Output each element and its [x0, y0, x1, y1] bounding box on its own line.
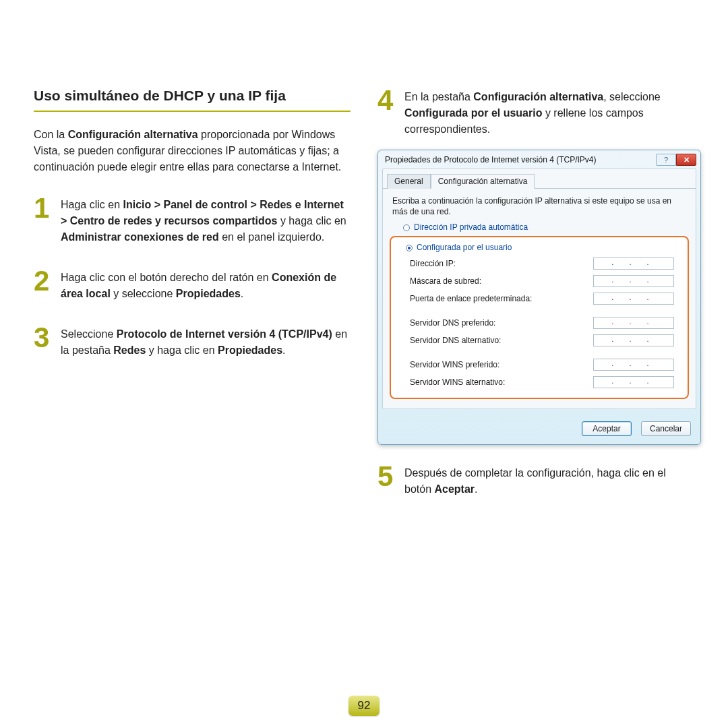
dialog-titlebar: Propiedades de Protocolo de Internet ver… — [378, 150, 700, 169]
field-gateway: Puerta de enlace predeterminada: . . . — [395, 290, 684, 307]
text-bold: Configuración alternativa — [68, 129, 198, 140]
user-config-highlight: Configurada por el usuario Dirección IP:… — [390, 236, 689, 399]
dialog-tabs: General Configuración alternativa — [383, 169, 696, 189]
text: . — [241, 288, 243, 299]
step-2: 2 Haga clic con el botón derecho del rat… — [34, 268, 351, 302]
radio-label: Dirección IP privada automática — [414, 222, 528, 232]
radio-icon — [403, 224, 410, 231]
dns-alt-input[interactable]: . . . — [593, 334, 674, 346]
field-dns-alt: Servidor DNS alternativo: . . . — [395, 332, 684, 349]
step-4: 4 En la pestaña Configuración alternativ… — [377, 88, 694, 138]
text: y seleccione — [111, 288, 176, 299]
text-bold: Administrar conexiones de red — [61, 231, 219, 243]
field-wins-pref: Servidor WINS preferido: . . . — [395, 356, 684, 373]
text: Seleccione — [61, 328, 117, 340]
text-bold: Configurada por el usuario — [404, 107, 542, 119]
wins-alt-input[interactable]: . . . — [593, 376, 674, 388]
text: Haga clic con el botón derecho del ratón… — [61, 272, 272, 283]
radio-icon — [406, 245, 413, 251]
dns-pref-input[interactable]: . . . — [593, 317, 674, 329]
text: y haga clic en — [146, 344, 218, 356]
cancel-button[interactable]: Cancelar — [641, 421, 691, 436]
close-button[interactable]: ✕ — [676, 154, 696, 166]
tab-description: Escriba a continuación la configuración … — [383, 189, 696, 220]
step-3: 3 Seleccione Protocolo de Internet versi… — [34, 325, 351, 359]
wins-pref-input[interactable]: . . . — [593, 359, 674, 371]
help-button[interactable]: ? — [656, 154, 676, 166]
step-1: 1 Haga clic en Inicio > Panel de control… — [34, 195, 351, 245]
text: Con la — [34, 129, 68, 140]
tab-general[interactable]: General — [387, 174, 431, 189]
text-bold: Configuración alternativa — [473, 91, 603, 102]
text-bold: Propiedades — [218, 344, 282, 356]
text: Haga clic en — [61, 199, 123, 210]
field-label: Servidor WINS preferido: — [410, 360, 499, 369]
intro-paragraph: Con la Configuración alternativa proporc… — [34, 127, 351, 175]
text-bold: Propiedades — [176, 288, 241, 299]
text: , seleccione — [603, 91, 661, 102]
text: . — [475, 483, 477, 495]
section-title: Uso simultáneo de DHCP y una IP fija — [34, 88, 351, 112]
text: y haga clic en — [277, 215, 346, 226]
step-number: 3 — [34, 325, 55, 359]
gateway-input[interactable]: . . . — [593, 293, 674, 305]
step-5: 5 Después de completar la configuración,… — [377, 464, 694, 497]
step-number: 1 — [34, 195, 55, 245]
field-wins-alt: Servidor WINS alternativo: . . . — [395, 373, 684, 391]
radio-label: Configurada por el usuario — [417, 243, 512, 252]
field-label: Puerta de enlace predeterminada: — [410, 294, 532, 303]
step-number: 5 — [377, 464, 399, 497]
field-mask: Máscara de subred: . . . — [395, 272, 684, 290]
field-label: Dirección IP: — [410, 259, 456, 268]
field-ip: Dirección IP: . . . — [395, 255, 684, 272]
mask-input[interactable]: . . . — [593, 275, 674, 287]
dialog-title: Propiedades de Protocolo de Internet ver… — [385, 155, 597, 164]
text-bold: Protocolo de Internet versión 4 (TCP/IPv… — [117, 328, 332, 340]
text-bold: Redes — [113, 344, 146, 356]
tcpip-properties-dialog: Propiedades de Protocolo de Internet ver… — [377, 150, 701, 445]
step-number: 4 — [377, 88, 399, 138]
radio-user-config[interactable]: Configurada por el usuario — [395, 240, 684, 255]
text-bold: Aceptar — [434, 483, 475, 495]
field-label: Servidor WINS alternativo: — [410, 377, 505, 387]
ip-input[interactable]: . . . — [593, 257, 674, 270]
text: En la pestaña — [404, 91, 473, 102]
ok-button[interactable]: Aceptar — [582, 421, 632, 436]
tab-alternate-config[interactable]: Configuración alternativa — [431, 174, 535, 189]
field-label: Servidor DNS preferido: — [410, 318, 495, 328]
text: en el panel izquierdo. — [219, 231, 325, 243]
field-dns-pref: Servidor DNS preferido: . . . — [395, 314, 684, 332]
page-number: 92 — [348, 696, 380, 716]
radio-auto-ip[interactable]: Dirección IP privada automática — [383, 220, 696, 235]
text: . — [282, 344, 285, 356]
field-label: Servidor DNS alternativo: — [410, 336, 501, 345]
step-number: 2 — [34, 268, 55, 302]
field-label: Máscara de subred: — [410, 276, 481, 286]
